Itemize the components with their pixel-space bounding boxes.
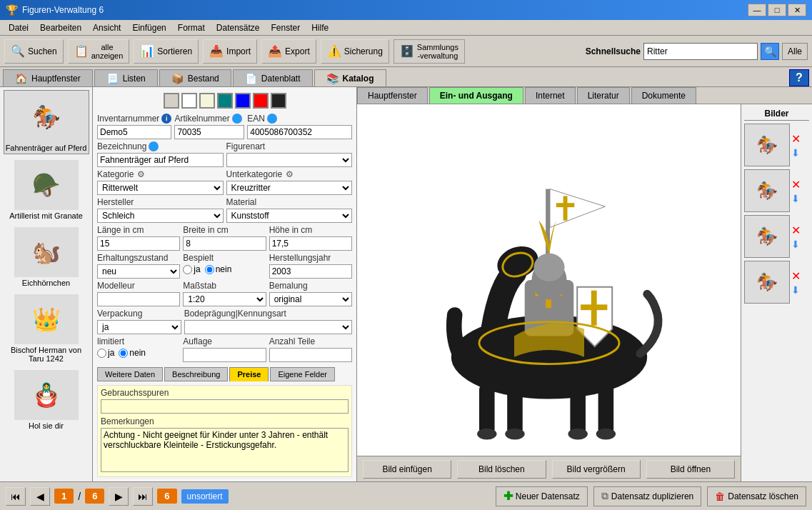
bild-einfuegen-button[interactable]: Bild einfügen [363, 460, 451, 479]
thumb-down-3[interactable]: ⬇ [791, 284, 801, 296]
bemalung-select[interactable]: original [269, 292, 352, 306]
ean-web-icon[interactable]: 🌐 [267, 114, 277, 124]
bild-loeschen-button[interactable]: Bild löschen [457, 460, 546, 479]
laenge-input[interactable] [97, 236, 180, 251]
sidebar-item-2[interactable]: 🐿️ Eichhörnchen [4, 226, 89, 289]
tab-datenblatt[interactable]: 📄 Datenblatt [233, 69, 313, 86]
inventarnummer-input[interactable] [97, 125, 171, 139]
first-button[interactable]: ⏮ [6, 487, 26, 506]
current-page-badge[interactable]: 1 [54, 489, 74, 504]
suchen-button[interactable]: 🔍 Suchen [4, 39, 64, 64]
verpackung-select[interactable]: ja [97, 320, 181, 334]
color-btn-2[interactable] [199, 93, 215, 109]
limitiert-nein-radio[interactable] [119, 349, 128, 358]
color-btn-3[interactable] [217, 93, 233, 109]
subtab-beschreibung[interactable]: Beschreibung [164, 367, 228, 381]
subtab-weitere[interactable]: Weitere Daten [97, 367, 163, 381]
total-pages-badge[interactable]: 6 [85, 489, 104, 504]
subtab-preise[interactable]: Preise [229, 367, 269, 381]
schnellsuche-input[interactable] [643, 43, 758, 60]
modelleur-input[interactable] [97, 292, 180, 306]
bezeichnung-web-icon[interactable]: 🌐 [149, 141, 159, 151]
breite-input[interactable] [183, 236, 266, 251]
right-tab-hauptfenster[interactable]: Hauptfenster [357, 87, 428, 104]
inventarnummer-info-icon[interactable]: i [161, 114, 171, 124]
massstab-select[interactable]: 1:20 [183, 292, 266, 306]
sortieren-button[interactable]: 📊 Sortieren [134, 39, 199, 64]
tab-katalog[interactable]: 📚 Katalog [314, 69, 386, 86]
color-btn-4[interactable] [235, 93, 251, 109]
kategorie-select[interactable]: Ritterwelt [97, 181, 224, 195]
thumb-img-2[interactable]: 🏇 [744, 215, 790, 258]
sidebar-item-4[interactable]: 🪆 Hol sie dir [4, 369, 89, 431]
artikelnummer-web-icon[interactable]: 🌐 [232, 114, 242, 124]
alle-anzeigen-button[interactable]: 📋 alle anzeigen [68, 39, 130, 64]
bemerkungen-textarea[interactable]: Achtung - Nicht geeignet für Kinder unte… [101, 428, 349, 472]
menu-datensaetze[interactable]: Datensätze [211, 21, 266, 34]
bespielt-nein-radio[interactable] [205, 265, 214, 274]
del-datensatz-button[interactable]: 🗑 Datensatz löschen [707, 486, 806, 506]
menu-fenster[interactable]: Fenster [266, 21, 306, 34]
thumb-img-1[interactable]: 🏇 [744, 169, 790, 212]
dup-datensatz-button[interactable]: ⧉ Datensatz duplizieren [593, 486, 701, 506]
maximize-button[interactable]: □ [768, 4, 786, 16]
last-button[interactable]: ⏭ [133, 487, 153, 506]
kategorie-gear-icon[interactable]: ⚙ [136, 169, 146, 179]
limitiert-ja-label[interactable]: ja [97, 348, 114, 358]
import-button[interactable]: 📥 Import [203, 39, 257, 64]
auflage-input[interactable] [183, 348, 266, 362]
thumb-del-3[interactable]: ✕ [791, 269, 801, 283]
color-btn-1[interactable] [181, 93, 197, 109]
minimize-button[interactable]: — [748, 4, 766, 16]
thumb-down-2[interactable]: ⬇ [791, 239, 801, 250]
bespielt-ja-label[interactable]: ja [183, 264, 200, 274]
thumb-img-0[interactable]: 🏇 [744, 124, 790, 166]
new-datensatz-button[interactable]: ✚ Neuer Datensatz [496, 486, 588, 506]
sidebar-item-0[interactable]: 🏇 Fahnenträger auf Pferd [4, 90, 89, 154]
bezeichnung-input[interactable] [97, 153, 224, 167]
close-button[interactable]: ✕ [788, 4, 806, 16]
menu-datei[interactable]: Datei [3, 21, 34, 34]
subtab-eigene[interactable]: Eigene Felder [270, 367, 335, 381]
unterkategorie-select[interactable]: Kreuzritter [226, 181, 353, 195]
tab-bestand[interactable]: 📦 Bestand [159, 69, 231, 86]
sidebar-item-1[interactable]: 🪖 Artillerist mit Granate [4, 159, 89, 221]
unterkategorie-gear-icon[interactable]: ⚙ [284, 169, 294, 179]
limitiert-ja-radio[interactable] [97, 349, 106, 358]
color-btn-5[interactable] [253, 93, 269, 109]
tab-hauptfenster[interactable]: 🏠 Hauptfenster [3, 69, 93, 86]
sammlung-button[interactable]: 🗄️ Sammlungs -verwaltung [394, 39, 465, 64]
menu-bearbeiten[interactable]: Bearbeiten [34, 21, 87, 34]
herstellungsjahr-input[interactable] [269, 264, 352, 279]
artikelnummer-input[interactable] [174, 125, 244, 139]
thumb-img-3[interactable]: 🏇 [744, 261, 790, 304]
thumb-del-1[interactable]: ✕ [791, 178, 801, 191]
hoehe-input[interactable] [269, 236, 352, 251]
schnellsuche-alle-button[interactable]: Alle [782, 43, 808, 60]
figurenart-select[interactable] [226, 153, 353, 167]
bild-oeffnen-button[interactable]: Bild öffnen [646, 460, 735, 479]
sicherung-button[interactable]: ⚠️ Sicherung [321, 39, 389, 64]
thumb-del-0[interactable]: ✕ [791, 132, 801, 146]
erhaltungszustand-select[interactable]: neu [97, 264, 180, 279]
menu-einfuegen[interactable]: Einfügen [126, 21, 171, 34]
unsorted-badge[interactable]: unsortiert [181, 489, 229, 504]
hersteller-select[interactable]: Schleich [97, 209, 224, 223]
menu-format[interactable]: Format [172, 21, 211, 34]
bild-vergroessern-button[interactable]: Bild vergrößern [552, 460, 641, 479]
tab-listen[interactable]: 📃 Listen [94, 69, 158, 86]
schnellsuche-search-button[interactable]: 🔍 [761, 43, 779, 60]
menu-ansicht[interactable]: Ansicht [87, 21, 126, 34]
thumb-down-1[interactable]: ⬇ [791, 193, 801, 204]
right-tab-dokumente[interactable]: Dokumente [631, 87, 696, 104]
color-btn-6[interactable] [271, 93, 286, 109]
bodepraegung-select[interactable] [184, 320, 352, 334]
anzahl-teile-input[interactable] [269, 348, 352, 362]
limitiert-nein-label[interactable]: nein [119, 348, 146, 358]
bespielt-nein-label[interactable]: nein [205, 264, 232, 274]
thumb-del-2[interactable]: ✕ [791, 224, 801, 237]
export-button[interactable]: 📤 Export [261, 39, 316, 64]
bespielt-ja-radio[interactable] [183, 265, 192, 274]
help-button[interactable]: ? [789, 69, 809, 86]
next-button[interactable]: ▶ [109, 487, 129, 506]
